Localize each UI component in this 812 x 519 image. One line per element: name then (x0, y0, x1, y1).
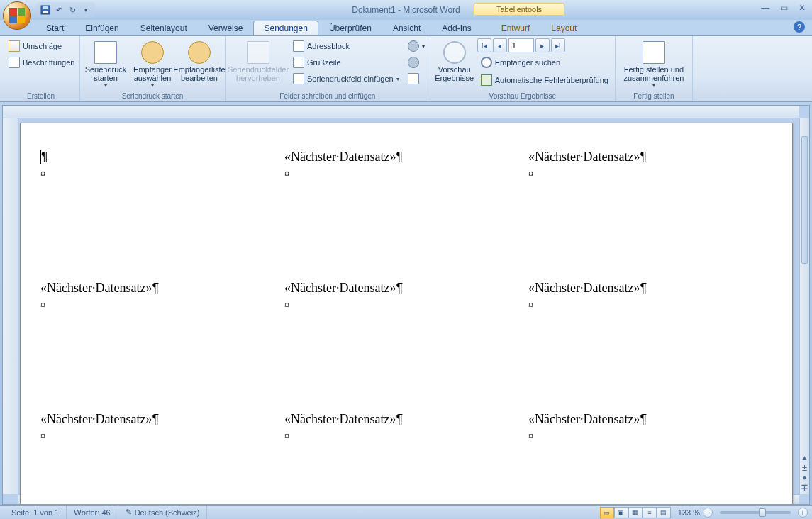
prev-record-button[interactable]: ◂ (493, 38, 507, 52)
cell-marker: ¤ (284, 300, 289, 311)
statusbar: Seite: 1 von 1 Wörter: 46 ✎ Deutsch (Sch… (0, 505, 812, 519)
rules-button[interactable]: ▾ (406, 38, 427, 54)
empfaenger-suchen-label: Empfänger suchen (495, 58, 560, 67)
minimize-button[interactable]: — (760, 3, 771, 13)
view-draft-button[interactable]: ▤ (657, 507, 671, 518)
ribbon: Umschläge Beschriftungen Erstellen Serie… (0, 35, 812, 102)
mailmerge-start-icon (94, 41, 117, 64)
office-logo-icon (9, 8, 25, 23)
group-vorschau: Vorschau Ergebnisse I◂ ◂ ▸ ▸I Empfänger … (430, 36, 616, 101)
record-number-input[interactable] (508, 38, 534, 52)
tab-ansicht[interactable]: Ansicht (382, 21, 431, 35)
document-area: ▲ ± ● ∓ ¶ ¤ «Nächster·Datensatz»¶ ¤ «Näc… (2, 105, 810, 505)
group-label-erstellen: Erstellen (5, 91, 77, 101)
auto-fehler-button[interactable]: Automatische Fehlerüberprüfung (477, 72, 612, 88)
browse-object-icon[interactable]: ● (802, 474, 806, 481)
browse-prev-icon[interactable]: ± (802, 462, 807, 473)
undo-icon[interactable]: ↶ (53, 4, 65, 16)
close-button[interactable]: ✕ (796, 3, 808, 13)
office-button[interactable] (3, 1, 31, 30)
merge-field: «Nächster·Datensatz» (284, 150, 396, 164)
help-button[interactable]: ? (794, 21, 805, 33)
group-label-fertig: Fertig stellen (618, 91, 689, 101)
vertical-scroll-thumb[interactable] (801, 136, 808, 264)
umschlaege-button[interactable]: Umschläge (5, 38, 77, 54)
merge-field: «Nächster·Datensatz» (284, 412, 396, 426)
seriendruckfeld-einfuegen-label: Seriendruckfeld einfügen (307, 74, 394, 83)
svg-rect-1 (43, 11, 48, 13)
seriendruck-starten-button[interactable]: Seriendruck starten (83, 38, 128, 91)
zoom-out-button[interactable]: − (703, 508, 713, 518)
record-navigation: I◂ ◂ ▸ ▸I (477, 38, 612, 52)
tab-entwurf[interactable]: Entwurf (491, 21, 541, 35)
tab-verweise[interactable]: Verweise (198, 21, 254, 35)
status-words[interactable]: Wörter: 46 (67, 506, 118, 519)
beschriftungen-label: Beschriftungen (23, 58, 74, 67)
fertig-stellen-label: Fertig stellen und zusammenführen (622, 65, 686, 82)
view-web-layout-button[interactable]: ▦ (628, 507, 643, 518)
next-record-button[interactable]: ▸ (535, 38, 550, 52)
vertical-scrollbar[interactable]: ▲ ± ● ∓ (799, 118, 809, 494)
empfaengerliste-bearbeiten-button[interactable]: Empfängerliste bearbeiten (177, 38, 222, 84)
label-cell[interactable]: «Nächster·Datensatz»¶ ¤ (284, 149, 528, 280)
label-cell[interactable]: ¶ ¤ (40, 149, 284, 280)
label-cell[interactable]: «Nächster·Datensatz»¶ ¤ (528, 280, 772, 411)
status-language[interactable]: ✎ Deutsch (Schweiz) (118, 506, 208, 519)
addressblock-icon (293, 40, 304, 52)
label-cell[interactable]: «Nächster·Datensatz»¶ ¤ (40, 411, 284, 505)
quick-access-toolbar: ↶ ↻ ▾ (35, 2, 96, 18)
cell-marker: ¤ (528, 169, 533, 179)
save-icon[interactable] (40, 4, 51, 16)
zoom-slider-thumb[interactable] (759, 508, 766, 517)
tab-layout[interactable]: Layout (540, 21, 587, 35)
update-labels-button[interactable] (406, 71, 427, 86)
horizontal-ruler[interactable] (3, 106, 799, 118)
view-full-screen-button[interactable]: ▣ (614, 507, 628, 518)
tab-einfuegen[interactable]: Einfügen (74, 21, 129, 35)
redo-icon[interactable]: ↻ (67, 4, 78, 16)
document-page[interactable]: ¶ ¤ «Nächster·Datensatz»¶ ¤ «Nächster·Da… (20, 123, 793, 505)
label-cell[interactable]: «Nächster·Datensatz»¶ ¤ (528, 149, 772, 280)
tab-seitenlayout[interactable]: Seitenlayout (130, 21, 198, 35)
seriendruckfeld-einfuegen-button[interactable]: Seriendruckfeld einfügen (289, 71, 403, 86)
status-page[interactable]: Seite: 1 von 1 (4, 506, 67, 519)
cell-marker: ¤ (284, 169, 289, 179)
label-cell[interactable]: «Nächster·Datensatz»¶ ¤ (284, 280, 528, 411)
vertical-ruler[interactable] (3, 118, 18, 494)
first-record-button[interactable]: I◂ (477, 38, 491, 52)
grusszeile-button[interactable]: Grußzeile (289, 55, 403, 70)
seriendruckfelder-hervorheben-button[interactable]: Seriendruckfelder hervorheben (228, 38, 288, 84)
empfaenger-auswaehlen-button[interactable]: Empfänger auswählen (130, 38, 175, 91)
vorschau-ergebnisse-button[interactable]: Vorschau Ergebnisse (433, 38, 476, 84)
adressblock-button[interactable]: Adressblock (289, 38, 403, 54)
zoom-level[interactable]: 133 % (678, 508, 700, 517)
fertig-stellen-button[interactable]: Fertig stellen und zusammenführen (618, 38, 689, 91)
view-buttons: ▭ ▣ ▦ ≡ ▤ (600, 507, 671, 518)
maximize-button[interactable]: ▭ (778, 3, 789, 13)
beschriftungen-button[interactable]: Beschriftungen (5, 55, 77, 70)
tab-addins[interactable]: Add-Ins (431, 21, 482, 35)
browse-next-icon[interactable]: ∓ (801, 482, 808, 493)
label-cell[interactable]: «Nächster·Datensatz»¶ ¤ (528, 411, 772, 505)
empfaengerliste-bearbeiten-label: Empfängerliste bearbeiten (173, 65, 225, 82)
zoom-slider[interactable] (720, 511, 791, 514)
label-cell[interactable]: «Nächster·Datensatz»¶ ¤ (40, 280, 284, 411)
auto-check-errors-icon (481, 74, 492, 86)
tab-sendungen[interactable]: Sendungen (253, 21, 318, 35)
paragraph-mark: ¶ (396, 412, 403, 426)
last-record-button[interactable]: ▸I (551, 38, 565, 52)
tab-start[interactable]: Start (35, 21, 74, 35)
vorschau-ergebnisse-label: Vorschau Ergebnisse (435, 65, 474, 82)
empfaenger-suchen-button[interactable]: Empfänger suchen (477, 55, 612, 70)
tab-ueberpruefen[interactable]: Überprüfen (318, 21, 382, 35)
view-outline-button[interactable]: ≡ (643, 507, 657, 518)
scroll-up-arrow-icon[interactable]: ▲ (801, 454, 808, 462)
qat-customize-icon[interactable]: ▾ (80, 4, 91, 16)
merge-field: «Nächster·Datensatz» (528, 150, 640, 164)
proofing-icon: ✎ (126, 508, 132, 517)
view-print-layout-button[interactable]: ▭ (600, 507, 614, 518)
label-cell[interactable]: «Nächster·Datensatz»¶ ¤ (284, 411, 528, 505)
group-label-vorschau: Vorschau Ergebnisse (433, 91, 612, 101)
zoom-in-button[interactable]: + (798, 508, 808, 518)
match-fields-button[interactable] (406, 55, 427, 70)
